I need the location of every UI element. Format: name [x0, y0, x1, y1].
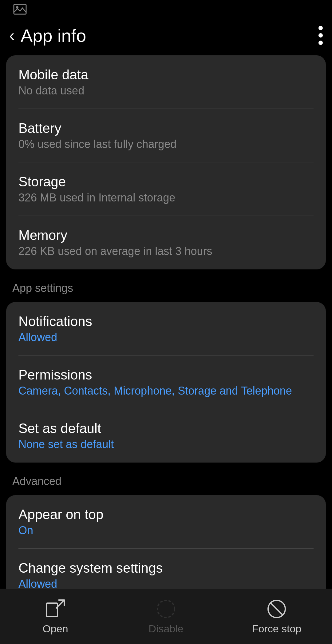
open-button[interactable]: Open — [0, 598, 111, 635]
back-button[interactable]: ‹ — [9, 26, 14, 45]
svg-point-1 — [16, 6, 18, 9]
svg-line-8 — [271, 603, 283, 615]
disable-button[interactable]: Disable — [111, 598, 221, 635]
bottom-navigation-bar: Open Disable Force stop — [0, 589, 332, 644]
app-settings-card: Notifications Allowed Permissions Camera… — [6, 302, 326, 463]
app-settings-label: App settings — [0, 272, 332, 299]
open-label: Open — [42, 623, 68, 635]
disable-icon — [155, 598, 177, 620]
force-stop-button[interactable]: Force stop — [221, 598, 332, 635]
force-stop-icon — [266, 598, 287, 620]
svg-point-2 — [318, 26, 323, 30]
appear-on-top-item[interactable]: Appear on top On — [6, 495, 326, 549]
memory-item[interactable]: Memory 226 KB used on average in last 3 … — [6, 216, 326, 269]
notifications-item[interactable]: Notifications Allowed — [6, 302, 326, 356]
svg-point-6 — [157, 600, 175, 618]
mobile-data-item[interactable]: Mobile data No data used — [6, 55, 326, 109]
open-icon — [45, 598, 66, 620]
app-bar: ‹ App info — [0, 18, 332, 52]
svg-point-4 — [318, 41, 323, 45]
info-card: Mobile data No data used Battery 0% used… — [6, 55, 326, 269]
more-options-button[interactable] — [318, 26, 323, 45]
page-title: App info — [21, 25, 86, 46]
permissions-item[interactable]: Permissions Camera, Contacts, Microphone… — [6, 356, 326, 409]
svg-rect-0 — [14, 4, 26, 14]
battery-item[interactable]: Battery 0% used since last fully charged — [6, 109, 326, 162]
force-stop-label: Force stop — [252, 623, 302, 635]
status-bar-image-icon — [12, 2, 28, 17]
svg-rect-5 — [46, 603, 57, 617]
svg-point-3 — [318, 33, 323, 38]
storage-item[interactable]: Storage 326 MB used in Internal storage — [6, 162, 326, 216]
advanced-label: Advanced — [0, 466, 332, 492]
set-as-default-item[interactable]: Set as default None set as default — [6, 409, 326, 463]
disable-label: Disable — [148, 623, 183, 635]
